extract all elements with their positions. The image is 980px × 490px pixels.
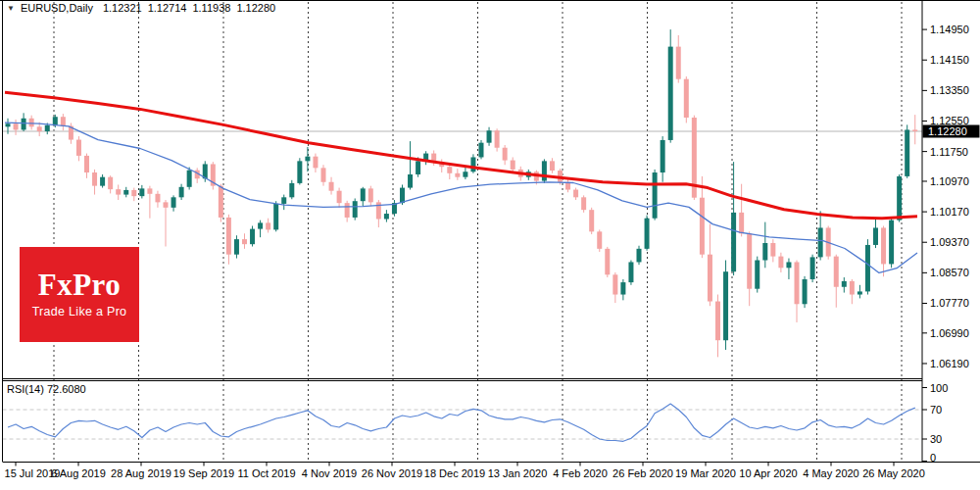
mt4-chart-window: 1.149501.141501.133501.125501.117501.109… xyxy=(0,0,980,490)
axis-tick-label: 10 Apr 2020 xyxy=(739,467,797,479)
logo-title: FxPro xyxy=(38,270,122,300)
axis-tick-label: 70 xyxy=(930,404,942,416)
axis-tick-label: 1.11750 xyxy=(930,146,968,158)
high-value: 1.12714 xyxy=(148,2,187,14)
candlestick-series xyxy=(6,29,918,357)
axis-tick-label: 13 Jan 2020 xyxy=(488,467,548,479)
logo-tagline: Trade Like a Pro xyxy=(32,305,127,318)
axis-tick-label: 28 Aug 2019 xyxy=(111,467,172,479)
axis-tick-label: 4 Nov 2019 xyxy=(302,467,357,479)
rsi-scale[interactable]: 10070300 xyxy=(922,382,948,465)
month-separator-gridlines xyxy=(54,2,902,462)
price-chart[interactable]: 1.149501.141501.133501.125501.117501.109… xyxy=(0,0,980,490)
current-price-tag: 1.12280 xyxy=(923,125,980,138)
axis-tick-label: 1.14950 xyxy=(930,24,969,35)
axis-tick-label: 100 xyxy=(930,382,948,394)
axis-tick-label: 1.14150 xyxy=(930,54,969,66)
axis-tick-label: 1.13350 xyxy=(930,84,969,96)
symbol-period-label: EURUSD,Daily xyxy=(21,2,93,14)
axis-tick-label: 19 Sep 2019 xyxy=(173,467,234,479)
chevron-down-icon: ▼ xyxy=(7,4,15,13)
axis-tick-label: 1.06190 xyxy=(930,358,969,369)
rsi-level-lines xyxy=(3,410,923,439)
axis-tick-label: 19 Mar 2020 xyxy=(675,467,736,479)
axis-tick-label: 1.10170 xyxy=(930,206,969,218)
chart-frame xyxy=(0,0,980,463)
axis-tick-label: 1.12280 xyxy=(928,125,967,137)
axis-tick-label: 1.08570 xyxy=(930,267,969,278)
axis-tick-label: 4 Feb 2020 xyxy=(553,467,608,479)
axis-tick-label: 11 Oct 2019 xyxy=(237,467,295,479)
axis-tick-label: 26 May 2020 xyxy=(862,467,925,479)
axis-tick-label: 30 xyxy=(930,433,942,445)
axis-tick-label: 1.06990 xyxy=(930,327,969,339)
axis-tick-label: 18 Dec 2019 xyxy=(424,467,485,479)
chart-header: ▼EURUSD,Daily1.123211.127141.119381.1228… xyxy=(7,2,281,14)
price-scale[interactable]: 1.149501.141501.133501.125501.117501.109… xyxy=(922,24,969,369)
axis-tick-label: 1.09370 xyxy=(930,236,969,248)
low-value: 1.11938 xyxy=(192,2,230,14)
axis-tick-label: 26 Feb 2020 xyxy=(612,467,673,479)
ma-slow-red-line xyxy=(5,92,917,218)
axis-tick-label: 0 xyxy=(930,452,936,464)
close-value: 1.12280 xyxy=(236,2,275,14)
axis-tick-label: 1.10970 xyxy=(930,175,969,187)
axis-tick-label: 4 May 2020 xyxy=(803,467,858,479)
axis-tick-label: 26 Nov 2019 xyxy=(362,467,422,479)
time-scale[interactable]: 15 Jul 20196 Aug 201928 Aug 201919 Sep 2… xyxy=(5,463,925,480)
fxpro-logo: FxPro Trade Like a Pro xyxy=(20,247,139,342)
axis-tick-label: 6 Aug 2019 xyxy=(51,467,106,479)
rsi-indicator-label: RSI(14) 72.6080 xyxy=(7,383,86,395)
axis-tick-label: 1.07770 xyxy=(930,297,969,309)
open-value: 1.12321 xyxy=(103,2,142,14)
